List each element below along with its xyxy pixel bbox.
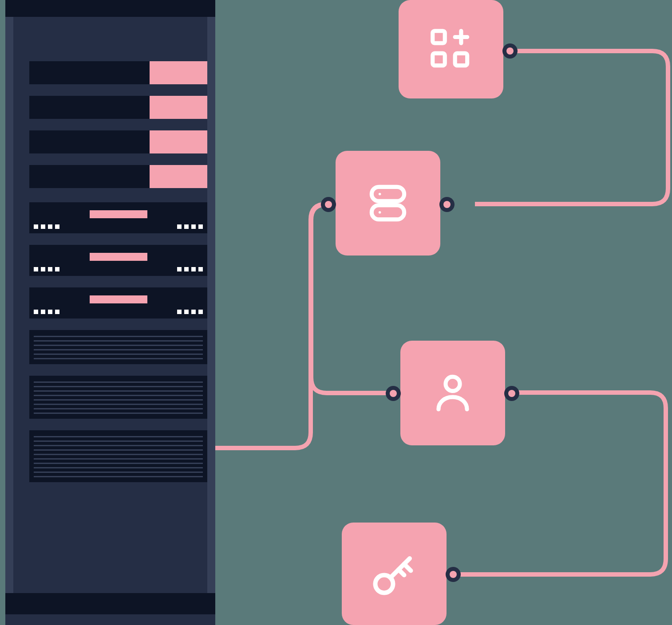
control-unit [29, 287, 207, 318]
svg-rect-0 [433, 31, 445, 43]
drive-bay [29, 61, 207, 84]
drive-bay [29, 165, 207, 188]
node-user [400, 341, 505, 445]
key-icon [368, 547, 421, 601]
rack-base-shadow [5, 593, 215, 614]
rack-inner [13, 17, 207, 593]
drive-bay [29, 130, 207, 153]
connector-apps-to-storage [475, 44, 672, 213]
vent-panel [29, 330, 207, 364]
svg-rect-6 [372, 205, 404, 220]
vent-panel [29, 430, 207, 482]
port-key-right [446, 567, 461, 582]
rack-foot [5, 614, 215, 625]
apps-grid-plus-icon [427, 25, 475, 74]
svg-rect-2 [455, 53, 467, 65]
svg-rect-5 [372, 187, 404, 201]
node-apps [399, 0, 503, 98]
svg-rect-1 [433, 53, 445, 65]
port-user-left [386, 386, 401, 401]
svg-point-7 [379, 193, 381, 196]
server-rack [5, 0, 215, 625]
svg-point-9 [446, 377, 460, 391]
rack-top-cap [5, 0, 215, 17]
port-apps-right [502, 43, 518, 59]
port-storage-left [321, 197, 336, 212]
user-icon [428, 369, 477, 417]
port-storage-right [439, 197, 455, 212]
svg-point-8 [379, 211, 381, 214]
control-unit [29, 245, 207, 276]
svg-line-13 [399, 570, 404, 575]
vent-panel [29, 376, 207, 419]
server-stack-icon [364, 179, 412, 228]
node-storage [336, 151, 440, 256]
port-user-right [504, 386, 519, 401]
svg-line-12 [404, 564, 411, 570]
node-key [342, 523, 447, 625]
rack-body [5, 17, 215, 593]
control-unit [29, 202, 207, 233]
drive-bay [29, 96, 207, 119]
